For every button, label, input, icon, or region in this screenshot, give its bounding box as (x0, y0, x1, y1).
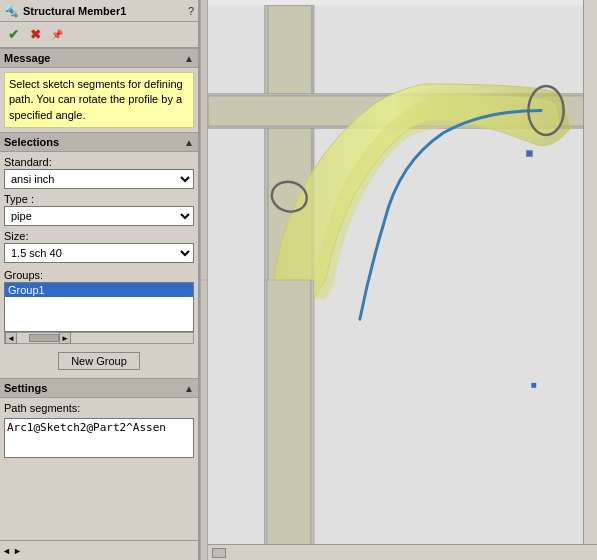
type-label: Type : (4, 193, 194, 205)
groups-listbox[interactable]: Group1 (4, 282, 194, 332)
settings-content: Path segments: (0, 398, 198, 540)
cancel-button[interactable]: ✖ (26, 26, 44, 44)
size-select[interactable]: 1.5 sch 40 (4, 243, 194, 263)
scroll-left-icon[interactable]: ◄ (2, 546, 11, 556)
list-item[interactable]: Group1 (5, 283, 193, 297)
svg-rect-10 (526, 151, 532, 157)
path-segments-input[interactable] (4, 418, 194, 458)
scrollbar-thumb[interactable] (29, 334, 59, 342)
panel-toolbar: ✔ ✖ 📌 (0, 22, 198, 48)
message-content: Select sketch segments for defining path… (4, 72, 194, 128)
panel-title: Structural Member1 (23, 5, 184, 17)
path-segments-label: Path segments: (4, 402, 194, 414)
message-section-header[interactable]: Message ▲ (0, 48, 198, 68)
new-group-button[interactable]: New Group (58, 352, 140, 370)
standard-select[interactable]: ansi inch (4, 169, 194, 189)
scroll-right-icon[interactable]: ► (13, 546, 22, 556)
type-field: Type : pipe (4, 193, 194, 226)
standard-field: Standard: ansi inch (4, 156, 194, 189)
groups-scrollbar[interactable]: ◄ ► (4, 332, 194, 344)
viewport-bottom-bar (208, 544, 597, 560)
viewport-bottom-icon (212, 548, 226, 558)
settings-collapse-icon: ▲ (184, 383, 194, 394)
selections-content: Standard: ansi inch Type : pipe Size: 1.… (0, 152, 198, 378)
svg-rect-12 (265, 280, 314, 554)
3d-viewport[interactable] (208, 0, 597, 560)
standard-label: Standard: (4, 156, 194, 168)
panel-titlebar: 🔩 Structural Member1 ? (0, 0, 198, 22)
pin-button[interactable]: 📌 (48, 26, 66, 44)
settings-section-header[interactable]: Settings ▲ (0, 378, 198, 398)
viewport-svg (208, 0, 597, 560)
panel-help[interactable]: ? (188, 5, 194, 17)
scroll-left-button[interactable]: ◄ (5, 332, 17, 344)
type-select[interactable]: pipe (4, 206, 194, 226)
svg-rect-11 (531, 383, 536, 388)
settings-section-label: Settings (4, 382, 47, 394)
selections-section-header[interactable]: Selections ▲ (0, 132, 198, 152)
message-collapse-icon: ▲ (184, 53, 194, 64)
property-panel: 🔩 Structural Member1 ? ✔ ✖ 📌 Message ▲ S… (0, 0, 200, 560)
size-field: Size: 1.5 sch 40 (4, 230, 194, 263)
panel-resize-handle[interactable]: ⋮ (200, 0, 208, 560)
panel-bottom-bar: ◄ ► (0, 540, 198, 560)
size-label: Size: (4, 230, 194, 242)
selections-section-label: Selections (4, 136, 59, 148)
selections-collapse-icon: ▲ (184, 137, 194, 148)
message-section-label: Message (4, 52, 50, 64)
scroll-right-button[interactable]: ► (59, 332, 71, 344)
structural-member-icon: 🔩 (4, 4, 19, 18)
groups-label: Groups: (4, 269, 194, 281)
groups-field: Groups: Group1 ◄ ► (4, 267, 194, 344)
viewport-scrollbar-right[interactable] (583, 0, 597, 544)
confirm-button[interactable]: ✔ (4, 26, 22, 44)
